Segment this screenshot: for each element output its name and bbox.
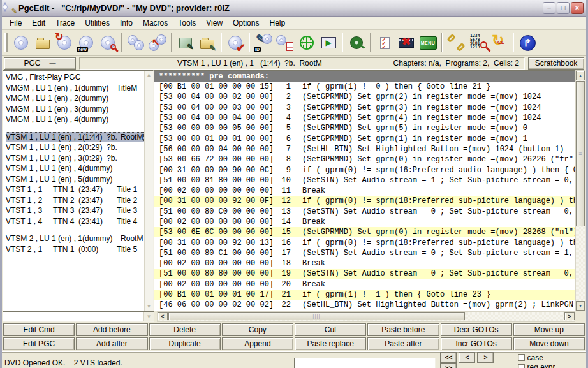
pgc-tree-row[interactable]: VTSM 1 , LU 1 (en) , 5(dummy)	[6, 174, 144, 185]
copy-dvd-icon[interactable]	[125, 32, 147, 54]
move-up-button[interactable]: Move up	[513, 323, 585, 336]
pgc-selector-button[interactable]: PGC—	[4, 57, 76, 70]
pgc-tree-row[interactable]: VTST 1 , 4TTN 4(23:41)Title 4	[6, 216, 144, 227]
links-icon[interactable]	[445, 32, 467, 54]
pgc-tree-row[interactable]: VTSM 2 , LU 1 (en) , 1(dummy)RootM	[6, 233, 144, 244]
cut-button[interactable]: Cut	[295, 323, 366, 336]
open-dvd-icon[interactable]	[10, 32, 32, 54]
tree-scrollbar[interactable]: ▲▼	[144, 71, 153, 311]
command-row[interactable]: [00 31 00 00 00 90 00 0C]9if ( gprm(0) !…	[154, 165, 575, 175]
import-dvd-icon[interactable]: ↖	[147, 32, 168, 54]
paste-after-button[interactable]: Paste after	[367, 337, 439, 350]
scroll-down-button[interactable]: ▼	[576, 301, 585, 311]
move-down-button[interactable]: Move down	[513, 337, 585, 350]
command-row[interactable]: [53 00 04 00 00 03 00 00]3(SetGPRMMD) Se…	[154, 103, 575, 113]
navigation-icon[interactable]: ↱	[517, 32, 538, 54]
pgc-tree-row[interactable]: VTST 1 , 2TTN 2(23:47)Title 2	[6, 195, 144, 206]
command-row[interactable]: [00 31 00 00 00 92 00 13]16if ( gprm(0) …	[154, 237, 575, 247]
globe-icon[interactable]	[296, 32, 318, 54]
maximize-button[interactable]: □	[557, 2, 570, 14]
preview-player-icon[interactable]: ▶	[318, 32, 339, 54]
incr-gotos-button[interactable]: Incr GOTOs	[441, 337, 512, 350]
delete-button[interactable]: Delete	[149, 323, 221, 336]
toolbar-grip[interactable]	[4, 33, 8, 52]
command-vertical-scrollbar[interactable]: ▲ ≡ ▼	[575, 70, 585, 311]
pgc-tree-row[interactable]: VMGM , LU 1 (en) , 1(dummy)TitleM	[6, 83, 144, 94]
browse-dvd-icon[interactable]	[97, 32, 119, 54]
menu-editor-icon[interactable]: MENU	[417, 32, 439, 54]
menu-file[interactable]: File	[4, 17, 27, 29]
edit-folder-icon[interactable]: ✎	[196, 32, 218, 54]
command-row[interactable]: [00 02 00 00 00 00 00 00]18Break	[154, 258, 575, 269]
renumber-search-icon[interactable]: 1234567891011213	[467, 32, 489, 54]
duplicate-button[interactable]: Duplicate	[149, 337, 221, 350]
menu-trace[interactable]: Trace	[50, 17, 80, 29]
close-button[interactable]: ×	[571, 2, 584, 14]
command-row[interactable]: [00 B1 00 01 00 01 00 17]21if ( gprm(1) …	[154, 290, 575, 300]
scroll-up-button[interactable]: ▲	[576, 71, 585, 80]
command-row[interactable]: [00 02 00 00 00 00 00 00]20Break	[154, 279, 575, 290]
pgc-search-combo[interactable]: ▼	[3, 311, 154, 322]
pgc-tree-row[interactable]: VTSM 1 , LU 1 (en) , 2(0:29) ?b.	[6, 142, 144, 153]
paste-replace-button[interactable]: Paste replace	[295, 337, 366, 350]
command-row[interactable]: [53 00 04 00 00 02 00 00]2(SetGPRMMD) Se…	[154, 92, 575, 102]
save-dvd-icon[interactable]: ✔	[224, 32, 246, 54]
find-next-button[interactable]: >	[477, 352, 494, 363]
case-checkbox[interactable]	[518, 354, 525, 361]
pgc-tree-row[interactable]: VMG , First-Play PGC	[6, 72, 144, 83]
command-row[interactable]: [53 00 6E 6C 00 00 00 00]15(SetGPRMMD) S…	[154, 227, 575, 237]
menu-help[interactable]: Help	[264, 17, 290, 29]
checklist-icon[interactable]: ✓✓✓	[374, 32, 395, 54]
append-button[interactable]: Append	[222, 337, 293, 350]
command-row[interactable]: [51 00 00 81 80 00 00 00]10(SetSTN) Set …	[154, 175, 575, 186]
copy-button[interactable]: Copy	[222, 323, 293, 336]
add-before-button[interactable]: Add before	[76, 323, 147, 336]
command-row[interactable]: [53 00 66 72 00 00 00 00]8(SetGPRMMD) Se…	[154, 154, 575, 165]
pgc-tree-row[interactable]: VTSM 1 , LU 1 (en) , 3(0:29) ?b.	[6, 153, 144, 164]
scroll-left-button[interactable]: <	[158, 312, 168, 320]
edit-cmd-button[interactable]: Edit Cmd	[3, 323, 75, 336]
pgc-tree-row[interactable]: VTST 1 , 1TTN 1(23:47)Title 1	[6, 184, 144, 195]
command-row[interactable]: [53 00 00 01 00 01 00 00]6(SetGPRMMD) Se…	[154, 133, 575, 144]
command-row[interactable]: [53 00 00 00 00 05 00 00]5(SetGPRMMD) Se…	[154, 123, 575, 133]
dvd-report-icon[interactable]	[274, 32, 296, 54]
find-prev-button[interactable]: <	[459, 352, 475, 363]
find-first-button[interactable]: <<	[440, 352, 457, 363]
pgc-tree-row[interactable]: VTST 1 , 3TTN 3(23:47)Title 3	[6, 205, 144, 216]
pgc-tree-row[interactable]: VMGM , LU 1 (en) , 2(dummy)	[6, 93, 144, 104]
tcl-console-icon[interactable]: ↻TCL	[489, 32, 510, 54]
kill-playback-icon[interactable]: ✖	[395, 32, 417, 54]
pgc-tree-row[interactable]: VMGM , LU 1 (en) , 4(dummy)	[6, 114, 144, 125]
command-row[interactable]: [00 02 00 00 00 00 00 00]11Break	[154, 186, 575, 196]
command-row[interactable]: [00 02 00 00 00 00 00 00]14Break	[154, 217, 575, 227]
search-input[interactable]	[294, 358, 436, 368]
find-last-button[interactable]: >>	[440, 363, 457, 368]
pgc-tree-row[interactable]: VTSM 1 , LU 1 (en) , 4(dummy)	[6, 163, 144, 174]
title-bar[interactable]: ✎ PgcEdit - "C:/rip/MyDVD/" - "My DVD"; …	[2, 0, 586, 17]
paste-before-button[interactable]: Paste before	[367, 323, 439, 336]
minimize-button[interactable]: –	[543, 2, 555, 14]
open-folder-icon[interactable]	[32, 32, 54, 54]
decr-gotos-button[interactable]: Decr GOTOs	[441, 323, 512, 336]
command-row[interactable]: [51 00 00 80 80 00 00 00]19(SetSTN) Set …	[154, 269, 575, 279]
pgc-tree-row[interactable]: VTSM 1 , LU 1 (en) , 1(1:44) ?b.RootM	[6, 132, 144, 143]
command-row[interactable]: [46 06 00 00 00 02 00 02]22(SetHL_BTN) S…	[154, 300, 575, 310]
command-row[interactable]: [56 00 00 00 04 00 00 00]7(SetHL_BTN) Se…	[154, 144, 575, 154]
combo-dropdown-icon[interactable]: ▼	[143, 312, 154, 321]
menu-edit[interactable]: Edit	[27, 17, 50, 29]
menu-utilities[interactable]: Utilities	[80, 17, 115, 29]
command-row[interactable]: [53 00 04 00 00 04 00 00]4(SetGPRMMD) Se…	[154, 113, 575, 123]
add-after-button[interactable]: Add after	[76, 337, 147, 350]
vertical-scroll-thumb[interactable]: ≡	[576, 81, 585, 226]
menu-tools[interactable]: Tools	[173, 17, 201, 29]
horizontal-scroll-thumb[interactable]: ||||	[168, 312, 465, 320]
new-dvd-icon[interactable]: new	[75, 32, 97, 54]
combo-field[interactable]	[3, 312, 143, 321]
command-horizontal-scrollbar[interactable]: < |||| >	[157, 311, 575, 322]
command-row[interactable]: [51 00 00 80 C1 00 00 00]17(SetSTN) Set …	[154, 248, 575, 258]
menu-view[interactable]: View	[201, 17, 228, 29]
scroll-right-button[interactable]: >	[564, 312, 575, 320]
scratchbook-button[interactable]: Scratchbook	[528, 57, 584, 70]
edit-pad-icon[interactable]: ✎	[175, 32, 196, 54]
command-row[interactable]: [00 31 00 00 00 92 00 0F]12if ( gprm(0) …	[154, 196, 575, 206]
